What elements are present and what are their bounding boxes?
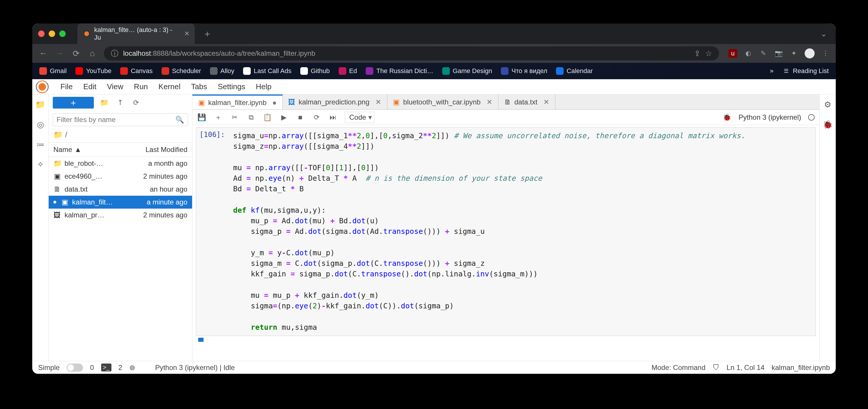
save-icon[interactable]: 💾 xyxy=(197,113,207,121)
profile-avatar[interactable] xyxy=(805,49,815,58)
restart-run-all-icon[interactable]: ⏭ xyxy=(329,113,338,121)
file-row[interactable]: 🖼kalman_pr…2 minutes ago xyxy=(49,209,192,222)
bookmark-item[interactable]: Last Call Ads xyxy=(243,67,291,75)
new-tab-button[interactable]: ＋ xyxy=(203,28,212,40)
mode-indicator[interactable]: Mode: Command xyxy=(652,363,706,372)
menu-help[interactable]: Help xyxy=(250,80,277,94)
tab-file-icon: 🗎 xyxy=(504,99,511,105)
terminal-icon[interactable]: >_ xyxy=(101,363,112,372)
terminals-count[interactable]: 0 xyxy=(90,363,94,372)
document-tab[interactable]: 🖼kalman_prediction.png✕ xyxy=(283,94,388,110)
debugger-icon[interactable]: 🐞 xyxy=(722,113,732,121)
reading-list-button[interactable]: ☰ Reading List xyxy=(782,67,829,75)
file-row[interactable]: 📁ble_robot-…a month ago xyxy=(49,157,192,170)
back-button[interactable]: ← xyxy=(38,49,48,58)
close-window-button[interactable] xyxy=(38,30,44,37)
extensions-puzzle-icon[interactable]: ✦ xyxy=(789,49,798,58)
file-browser-tab-icon[interactable]: 📁 xyxy=(35,98,46,110)
file-row[interactable]: 🗎data.txtan hour ago xyxy=(49,183,192,196)
jupyter-logo-icon[interactable] xyxy=(36,80,49,93)
cut-icon[interactable]: ✂ xyxy=(230,113,239,121)
menu-tabs[interactable]: Tabs xyxy=(186,80,212,94)
file-filter-input[interactable]: 🔍 xyxy=(53,113,188,126)
new-launcher-button[interactable]: ＋ xyxy=(53,97,94,109)
close-tab-icon[interactable]: ✕ xyxy=(184,30,189,37)
bookmarks-overflow[interactable]: » xyxy=(770,67,773,75)
bookmark-item[interactable]: Gmail xyxy=(39,67,67,75)
bookmark-star-icon[interactable]: ☆ xyxy=(705,49,712,58)
ublock-extension-icon[interactable]: u xyxy=(728,49,737,58)
document-tab[interactable]: ▣kalman_filter.ipynb● xyxy=(192,94,283,110)
consoles-count[interactable]: 2 xyxy=(119,363,122,372)
url-text: localhost:8888/lab/workspaces/auto-a/tre… xyxy=(123,49,315,58)
paste-icon[interactable]: 📋 xyxy=(263,113,272,121)
extension-icon-4[interactable]: 📷 xyxy=(774,49,783,58)
document-tab[interactable]: ▣bluetooth_with_car.ipynb✕ xyxy=(388,94,498,110)
extension-icon-2[interactable]: ◐ xyxy=(744,49,752,58)
menu-run[interactable]: Run xyxy=(129,80,153,94)
extension-icon-3[interactable]: ✎ xyxy=(759,49,768,58)
bookmark-item[interactable]: The Russian Dicti… xyxy=(366,67,433,75)
upload-icon[interactable]: ⤒ xyxy=(115,97,125,108)
bookmark-item[interactable]: Что я видел xyxy=(501,67,547,75)
stop-icon[interactable]: ■ xyxy=(296,113,305,121)
cursor-position[interactable]: Ln 1, Col 14 xyxy=(727,363,765,372)
property-inspector-icon[interactable]: ⚙ xyxy=(822,98,834,110)
debugger-panel-icon[interactable]: 🐞 xyxy=(822,119,834,130)
close-tab-icon[interactable]: ✕ xyxy=(487,98,492,106)
breadcrumb[interactable]: 📁 / xyxy=(49,128,192,142)
notebook-content[interactable]: [106]: sigma_u=np.array([[sigma_1**2,0],… xyxy=(192,125,819,361)
close-tab-icon[interactable]: ✕ xyxy=(375,98,381,106)
trusted-icon[interactable]: ⛉ xyxy=(713,363,720,372)
simple-mode-toggle[interactable] xyxy=(67,363,83,372)
chrome-menu-icon[interactable]: ⋮ xyxy=(821,49,830,58)
reload-button[interactable]: ⟳ xyxy=(71,49,81,58)
menu-settings[interactable]: Settings xyxy=(212,80,250,94)
bookmark-item[interactable]: Ed xyxy=(339,67,357,75)
kernel-sessions-icon[interactable]: ⊚ xyxy=(129,363,135,372)
menu-edit[interactable]: Edit xyxy=(78,80,102,94)
code-editor[interactable]: sigma_u=np.array([[sigma_1**2,0],[0,sigm… xyxy=(228,128,815,335)
file-filter-field[interactable] xyxy=(57,116,175,124)
menu-file[interactable]: File xyxy=(55,80,78,94)
minimize-window-button[interactable] xyxy=(49,30,55,37)
close-tab-icon[interactable]: ✕ xyxy=(544,98,549,106)
refresh-icon[interactable]: ⟳ xyxy=(131,97,141,108)
bookmark-item[interactable]: Game Design xyxy=(442,67,492,75)
kernel-name[interactable]: Python 3 (ipykernel) xyxy=(739,113,801,121)
bookmark-item[interactable]: Calendar xyxy=(556,67,593,75)
menu-kernel[interactable]: Kernel xyxy=(153,80,186,94)
code-cell[interactable]: [106]: sigma_u=np.array([[sigma_1**2,0],… xyxy=(196,127,816,336)
forward-button[interactable]: → xyxy=(55,49,64,58)
home-button[interactable]: ⌂ xyxy=(87,49,97,58)
bookmark-item[interactable]: Scheduler xyxy=(162,67,201,75)
maximize-window-button[interactable] xyxy=(59,30,66,37)
address-bar[interactable]: ⓘ localhost:8888/lab/workspaces/auto-a/t… xyxy=(104,46,719,60)
copy-icon[interactable]: ⧉ xyxy=(246,113,256,121)
document-tab[interactable]: 🗎data.txt✕ xyxy=(498,94,555,110)
bookmark-item[interactable]: Github xyxy=(300,67,330,75)
kernel-status-text[interactable]: Python 3 (ipykernel) | Idle xyxy=(155,363,235,372)
file-list-header[interactable]: Name ▲ Last Modified xyxy=(49,142,192,157)
site-info-icon[interactable]: ⓘ xyxy=(111,49,119,59)
current-file-name[interactable]: kalman_filter.ipynb xyxy=(772,363,830,372)
restart-icon[interactable]: ⟳ xyxy=(312,113,321,121)
insert-cell-icon[interactable]: ＋ xyxy=(214,113,223,122)
run-icon[interactable]: ▶ xyxy=(279,113,288,121)
toc-tab-icon[interactable]: ≔ xyxy=(35,139,46,150)
file-row[interactable]: ▣kalman_filt…a minute ago xyxy=(49,196,192,209)
tab-overview-icon[interactable]: ⌄ xyxy=(820,29,827,38)
bookmark-item[interactable]: YouTube xyxy=(75,67,111,75)
menu-view[interactable]: View xyxy=(102,80,129,94)
extensions-tab-icon[interactable]: ✧ xyxy=(35,158,46,170)
share-icon[interactable]: ⇪ xyxy=(694,49,701,58)
close-tab-icon[interactable]: ● xyxy=(272,98,277,107)
running-sessions-tab-icon[interactable]: ◎ xyxy=(35,119,46,130)
bookmark-item[interactable]: Alloy xyxy=(210,67,235,75)
browser-tab[interactable]: kalman_filte… (auto-a : 3) - Ju ✕ xyxy=(78,24,195,44)
bookmark-item[interactable]: Canvas xyxy=(120,67,153,75)
new-folder-icon[interactable]: 📁 xyxy=(99,97,110,108)
kernel-status-icon[interactable] xyxy=(808,114,815,121)
file-row[interactable]: ▣ece4960_…2 minutes ago xyxy=(49,170,192,183)
cell-type-select[interactable]: Code xyxy=(345,112,374,123)
